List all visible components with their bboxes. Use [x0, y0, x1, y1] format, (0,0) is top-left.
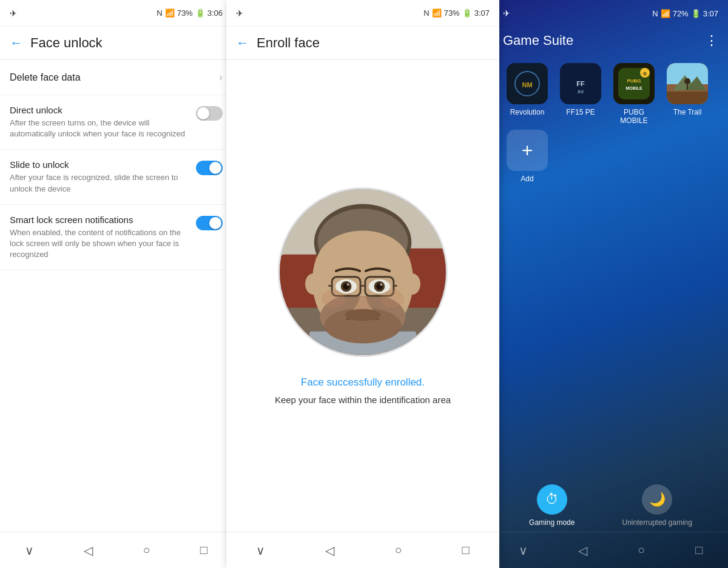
add-btn-icon[interactable]: + [507, 130, 548, 171]
nav-down-1[interactable]: ∨ [25, 543, 34, 558]
svg-text:PUBG: PUBG [627, 78, 641, 84]
status-left-2: ✈ [236, 8, 243, 18]
direct-unlock-toggle[interactable] [196, 106, 223, 121]
airplane-icon: ✈ [10, 8, 17, 18]
more-options-icon[interactable]: ⋮ [705, 33, 718, 48]
chevron-right-icon: › [219, 71, 223, 84]
nfc-icon-2: N [423, 8, 429, 18]
revolution-label: Revolution [510, 108, 545, 116]
status-bar-1: ✈ N 📶 73% 🔋 3:06 [0, 0, 232, 27]
smart-lock-desc: When enabled, the content of notificatio… [10, 227, 189, 261]
game-app-trail[interactable]: The Trail [663, 63, 712, 125]
back-button-2[interactable]: ← [236, 35, 249, 51]
svg-point-11 [305, 273, 322, 294]
game-suite-header: Game Suite ⋮ [493, 27, 728, 58]
game-status-right: N 📶 72% 🔋 3:07 [652, 9, 718, 18]
slide-unlock-title: Slide to unlock [10, 159, 189, 170]
add-label: Add [521, 175, 533, 183]
game-app-ff15[interactable]: FF XV FF15 PE [556, 63, 605, 125]
svg-point-27 [347, 283, 349, 286]
enroll-face-header: ← Enroll face [226, 27, 499, 60]
nav-recent-1[interactable]: □ [200, 543, 207, 557]
smart-lock-title: Smart lock screen notifications [10, 215, 189, 225]
delete-face-data-label: Delete face data [10, 72, 81, 83]
airplane-icon-2: ✈ [236, 8, 243, 18]
airplane-icon-3: ✈ [503, 8, 510, 18]
game-nav-home[interactable]: ○ [638, 543, 645, 557]
game-suite-title: Game Suite [503, 33, 573, 48]
gaming-mode-icon: ⏱ [537, 484, 567, 515]
pubg-icon: PUBG MOBILE G [613, 63, 655, 104]
game-app-pubg[interactable]: PUBG MOBILE G PUBG MOBILE [610, 63, 658, 125]
gaming-mode-glyph: ⏱ [545, 492, 559, 507]
uninterrupted-glyph: 🌙 [649, 492, 666, 507]
delete-face-data-item[interactable]: Delete face data › [0, 60, 232, 95]
svg-point-49 [684, 78, 690, 84]
slide-unlock-desc: After your face is recognized, slide the… [10, 172, 189, 194]
svg-point-29 [345, 309, 381, 321]
battery-icon-2: 🔋 [462, 8, 472, 18]
game-suite-panel: ✈ N 📶 72% 🔋 3:07 Game Suite ⋮ NM Revolut… [493, 0, 728, 568]
smart-lock-setting: Smart lock screen notifications When ena… [0, 205, 232, 271]
game-battery-icon: 🔋 [691, 9, 701, 18]
nfc-icon: N [157, 8, 162, 18]
trail-icon [667, 63, 708, 104]
game-app-revolution[interactable]: NM Revolution [503, 63, 551, 125]
uninterrupted-btn[interactable]: 🌙 Uninterrupted gaming [622, 484, 692, 527]
game-time: 3:07 [703, 9, 718, 18]
svg-text:XV: XV [578, 89, 584, 95]
enroll-face-panel: ✈ N 📶 73% 🔋 3:07 ← Enroll face [226, 0, 499, 568]
back-button-1[interactable]: ← [10, 35, 23, 51]
face-photo-area: Face successfully enrolled. Keep your fa… [226, 60, 499, 532]
battery-icon-1: 🔋 [195, 8, 205, 18]
slide-unlock-toggle[interactable] [196, 161, 223, 175]
game-nav-down[interactable]: ∨ [519, 543, 528, 558]
nav-back-1[interactable]: ◁ [84, 543, 93, 558]
face-unlock-title: Face unlock [30, 35, 103, 51]
pubg-label: PUBG MOBILE [610, 108, 658, 125]
gaming-mode-btn[interactable]: ⏱ Gaming mode [529, 484, 575, 527]
svg-point-30 [322, 290, 345, 307]
nav-back-2[interactable]: ◁ [325, 543, 334, 558]
gaming-mode-label: Gaming mode [529, 518, 575, 527]
status-left-1: ✈ [10, 8, 17, 18]
svg-text:FF: FF [576, 80, 585, 87]
svg-point-31 [380, 290, 404, 307]
status-bar-2: ✈ N 📶 73% 🔋 3:07 [226, 0, 499, 27]
direct-unlock-desc: After the screen turns on, the device wi… [10, 118, 189, 139]
signal-bars-2: 📶 [432, 8, 442, 18]
nav-home-1[interactable]: ○ [143, 543, 150, 557]
svg-point-28 [380, 283, 382, 286]
time-1: 3:06 [207, 8, 223, 18]
nav-bar-1: ∨ ◁ ○ □ [0, 532, 232, 568]
direct-unlock-text: Direct unlock After the screen turns on,… [10, 105, 196, 139]
game-status-bar: ✈ N 📶 72% 🔋 3:07 [493, 0, 728, 27]
slide-unlock-text: Slide to unlock After your face is recog… [10, 159, 196, 194]
face-unlock-header: ← Face unlock [0, 27, 232, 60]
nav-recent-2[interactable]: □ [462, 543, 469, 557]
nav-home-2[interactable]: ○ [394, 543, 402, 557]
svg-point-12 [404, 273, 420, 294]
svg-text:MOBILE: MOBILE [625, 86, 642, 90]
slide-unlock-setting: Slide to unlock After your face is recog… [0, 150, 232, 204]
nav-down-2[interactable]: ∨ [256, 543, 265, 558]
enroll-success-text: Face successfully enrolled. [301, 376, 425, 389]
add-plus-icon: + [522, 141, 533, 160]
uninterrupted-icon: 🌙 [642, 484, 672, 515]
face-image [280, 189, 446, 355]
smart-lock-text: Smart lock screen notifications When ena… [10, 215, 196, 261]
game-nav-recent[interactable]: □ [695, 543, 703, 557]
game-add-app[interactable]: + Add [503, 130, 551, 183]
direct-unlock-setting: Direct unlock After the screen turns on,… [0, 95, 232, 150]
svg-text:NM: NM [522, 81, 532, 89]
smart-lock-toggle[interactable] [196, 216, 223, 230]
game-battery-level: 72% [673, 9, 689, 18]
battery-level-1: 73% [177, 8, 193, 18]
svg-text:G: G [643, 72, 647, 76]
trail-label: The Trail [673, 108, 702, 116]
game-nav-back[interactable]: ◁ [578, 543, 587, 558]
uninterrupted-label: Uninterrupted gaming [622, 518, 692, 527]
ff15-label: FF15 PE [566, 108, 595, 116]
enroll-face-title: Enroll face [257, 35, 320, 51]
nav-bar-2: ∨ ◁ ○ □ [226, 532, 499, 568]
